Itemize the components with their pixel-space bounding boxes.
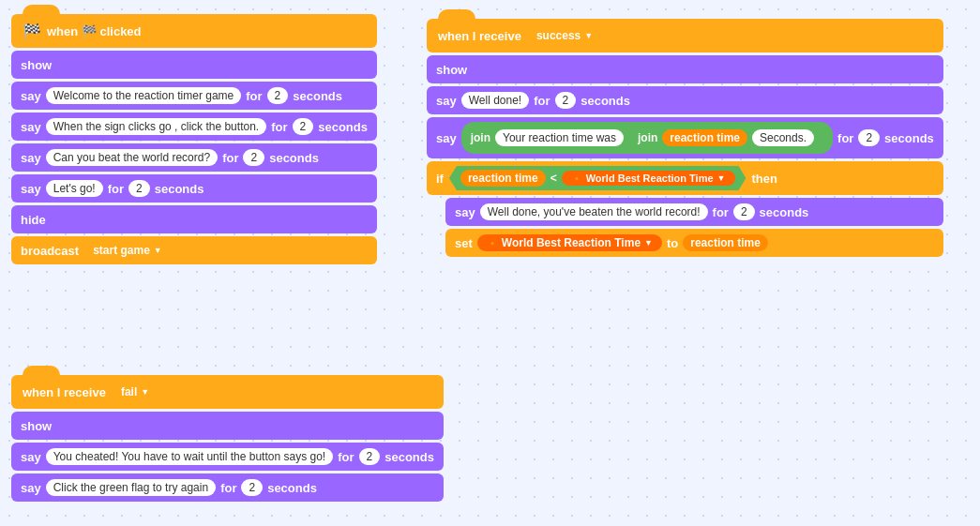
show-label-1: show bbox=[21, 58, 52, 72]
for-label-4: for bbox=[108, 182, 124, 196]
seconds-label-9: seconds bbox=[267, 481, 317, 495]
say-duration-1: 2 bbox=[267, 87, 289, 104]
say-block-2[interactable]: say When the sign clicks go , click the … bbox=[11, 113, 377, 141]
seconds-label-2: seconds bbox=[318, 120, 368, 134]
say-text-3: Can you beat the world record? bbox=[46, 149, 218, 166]
if-block[interactable]: if reaction time < World Best Reaction T… bbox=[427, 161, 943, 195]
say-text-1: Welcome to the reaction timer game bbox=[46, 87, 242, 104]
if-container: if reaction time < World Best Reaction T… bbox=[427, 161, 943, 257]
when-receive-fail-label: when I receive bbox=[23, 385, 106, 399]
reaction-time-reporter-1: reaction time bbox=[662, 129, 747, 146]
to-label: to bbox=[667, 236, 678, 250]
say-label-8: say bbox=[21, 450, 41, 464]
when-flag-clicked-block[interactable]: 🏁 when 🏁 clicked bbox=[11, 14, 377, 48]
for-label-6: for bbox=[837, 131, 853, 145]
for-label-5: for bbox=[534, 94, 550, 108]
say-text-4: Let's go! bbox=[46, 180, 103, 197]
say-duration-9: 2 bbox=[241, 479, 263, 496]
set-var-dropdown[interactable]: World Best Reaction Time bbox=[477, 234, 662, 251]
set-label: set bbox=[455, 236, 473, 250]
say-block-4[interactable]: say Let's go! for 2 seconds bbox=[11, 174, 377, 203]
say-block-1[interactable]: say Welcome to the reaction timer game f… bbox=[11, 82, 377, 110]
seconds-label-7: seconds bbox=[760, 205, 809, 219]
flag-icon: 🏁 bbox=[23, 23, 41, 40]
when-clicked-group: 🏁 when 🏁 clicked show say Welcome to the… bbox=[11, 14, 377, 264]
show-block-1[interactable]: show bbox=[11, 51, 377, 79]
say-label-1: say bbox=[21, 89, 41, 103]
say-duration-2: 2 bbox=[293, 118, 314, 135]
say-duration-7: 2 bbox=[733, 203, 755, 220]
for-label-2: for bbox=[271, 120, 287, 134]
show-label-3: show bbox=[21, 419, 52, 433]
world-best-dropdown[interactable]: World Best Reaction Time bbox=[562, 171, 735, 186]
seconds-label-8: seconds bbox=[384, 450, 434, 464]
seconds-label-1: seconds bbox=[293, 89, 342, 103]
say-block-5[interactable]: say Well done! for 2 seconds bbox=[427, 86, 943, 114]
when-receive-fail-group: when I receive fail show say You cheated… bbox=[11, 375, 444, 502]
seconds-label-4: seconds bbox=[155, 182, 204, 196]
reaction-time-reporter-3: reaction time bbox=[683, 234, 768, 251]
for-label-8: for bbox=[338, 450, 354, 464]
seconds-label-5: seconds bbox=[580, 94, 630, 108]
success-message[interactable]: success bbox=[527, 27, 602, 44]
set-block[interactable]: set World Best Reaction Time to reaction… bbox=[445, 229, 943, 257]
say-label-4: say bbox=[21, 182, 41, 196]
seconds-dot-pill: Seconds. bbox=[752, 129, 814, 146]
when-receive-success-block[interactable]: when I receive success bbox=[427, 19, 943, 53]
hide-block[interactable]: hide bbox=[11, 205, 377, 233]
show-block-3[interactable]: show bbox=[11, 412, 444, 440]
say-label-2: say bbox=[21, 120, 41, 134]
join-label-2: join bbox=[638, 131, 657, 144]
hide-label: hide bbox=[21, 213, 46, 227]
join-text-1: Your reaction time was bbox=[495, 129, 624, 146]
reaction-time-reporter-2: reaction time bbox=[460, 170, 546, 187]
say-text-2: When the sign clicks go , click the butt… bbox=[46, 118, 266, 135]
say-block-8[interactable]: say Click the green flag to try again fo… bbox=[11, 473, 444, 502]
say-text-7: You cheated! You have to wait until the … bbox=[46, 448, 333, 465]
when-receive-label: when I receive bbox=[438, 29, 521, 43]
say-label-9: say bbox=[21, 481, 41, 495]
when-receive-success-group: when I receive success show say Well don… bbox=[427, 19, 943, 257]
say-text-5: Well done! bbox=[461, 92, 529, 109]
if-label: if bbox=[436, 172, 444, 186]
say-block-6[interactable]: say Well done, you've beaten the world r… bbox=[445, 198, 943, 226]
show-label-2: show bbox=[436, 63, 467, 77]
for-label-9: for bbox=[220, 481, 236, 495]
for-label-3: for bbox=[222, 151, 238, 165]
say-label-5: say bbox=[436, 94, 457, 108]
seconds-label-6: seconds bbox=[884, 131, 934, 145]
say-block-7[interactable]: say You cheated! You have to wait until … bbox=[11, 443, 444, 471]
say-label-3: say bbox=[21, 151, 41, 165]
say-label-7: say bbox=[455, 205, 475, 219]
condition-block: reaction time < World Best Reaction Time bbox=[449, 166, 746, 190]
when-clicked-label: when 🏁 clicked bbox=[47, 24, 142, 38]
fail-message[interactable]: fail bbox=[112, 383, 158, 400]
if-body: say Well done, you've beaten the world r… bbox=[445, 198, 943, 257]
say-join-block[interactable]: say join Your reaction time was join rea… bbox=[427, 117, 943, 158]
say-duration-5: 2 bbox=[555, 92, 577, 109]
broadcast-message[interactable]: start game bbox=[83, 242, 172, 259]
for-label-7: for bbox=[713, 205, 729, 219]
seconds-label-3: seconds bbox=[269, 151, 319, 165]
broadcast-label: broadcast bbox=[21, 244, 79, 258]
for-label-1: for bbox=[246, 89, 262, 103]
say-text-8: Click the green flag to try again bbox=[46, 479, 216, 496]
less-than-op: < bbox=[550, 172, 557, 185]
join-block-outer: join Your reaction time was join reactio… bbox=[461, 122, 833, 154]
broadcast-block[interactable]: broadcast start game bbox=[11, 236, 377, 264]
say-duration-3: 2 bbox=[243, 149, 264, 166]
when-receive-fail-block[interactable]: when I receive fail bbox=[11, 375, 444, 409]
say-duration-4: 2 bbox=[128, 180, 150, 197]
then-label: then bbox=[752, 172, 777, 186]
say-text-6: Well done, you've beaten the world recor… bbox=[480, 203, 708, 220]
join-label-1: join bbox=[471, 131, 490, 144]
say-label-6: say bbox=[436, 131, 457, 145]
say-duration-6: 2 bbox=[858, 129, 880, 146]
say-block-3[interactable]: say Can you beat the world record? for 2… bbox=[11, 143, 377, 172]
join-block-inner: join reaction time Seconds. bbox=[628, 126, 823, 150]
say-duration-8: 2 bbox=[359, 448, 381, 465]
show-block-2[interactable]: show bbox=[427, 55, 943, 83]
